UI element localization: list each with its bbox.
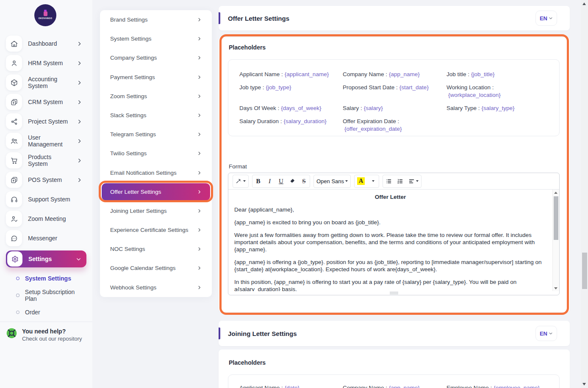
text-color-button[interactable]: A xyxy=(355,175,367,187)
editor-scrollbar-thumb[interactable] xyxy=(554,196,558,240)
settings-menu-item-system[interactable]: System Settings xyxy=(100,29,212,48)
magic-wand-icon xyxy=(236,178,242,184)
scroll-up-arrow-icon[interactable] xyxy=(554,192,557,194)
sidebar-item-label: Accounting System xyxy=(28,76,71,89)
menu-item-label: Twilio Settings xyxy=(110,150,147,157)
editor-toolbar: B I U S Open Sans A xyxy=(228,173,559,189)
editor-paragraph: Dear {applicant_name}, xyxy=(234,206,546,213)
sidebar-item-accounting-system[interactable]: Accounting System xyxy=(6,73,86,92)
chevron-right-icon xyxy=(197,75,202,80)
sidebar-item-label: Project System xyxy=(28,118,71,125)
chevron-right-icon xyxy=(77,80,82,85)
language-dropdown[interactable]: EN xyxy=(535,11,557,26)
sidebar-item-label: Zoom Meeting xyxy=(28,215,86,222)
sidebar-item-crm-system[interactable]: CRM System xyxy=(6,92,86,112)
editor-resize-handle[interactable] xyxy=(390,292,398,294)
ordered-list-button[interactable] xyxy=(394,175,406,187)
placeholder-item: Job title :{job_title} xyxy=(447,71,555,78)
settings-menu-item-google-calendar[interactable]: Google Calendar Settings xyxy=(100,259,212,278)
menu-item-label: Google Calendar Settings xyxy=(110,265,176,271)
settings-menu-item-company[interactable]: Company Settings xyxy=(100,48,212,67)
language-dropdown[interactable]: EN xyxy=(535,326,557,341)
placeholder-item: Days Of Week :{days_of_week} xyxy=(239,105,343,112)
editor-paragraph: Were just a few formalities away from ge… xyxy=(234,231,546,253)
sidebar-item-label: Support System xyxy=(28,196,86,203)
italic-button[interactable]: I xyxy=(264,175,275,187)
placeholder-item: Applicant Name :{date} xyxy=(239,384,343,388)
sidebar-item-settings[interactable]: Settings xyxy=(6,250,86,267)
settings-menu-item-noc[interactable]: NOC Settings xyxy=(100,239,212,259)
menu-item-label: Zoom Settings xyxy=(110,93,147,99)
settings-menu-item-slack[interactable]: Slack Settings xyxy=(100,106,212,125)
share-icon xyxy=(6,113,22,129)
help-subtitle[interactable]: Check out our repository xyxy=(22,335,82,343)
menu-item-label: NOC Settings xyxy=(110,246,145,252)
sidebar-subitem-system-settings[interactable]: System Settings xyxy=(6,270,86,287)
page-scrollbar-thumb[interactable] xyxy=(582,253,587,289)
chevron-right-icon xyxy=(77,158,82,163)
logo-mascot-icon xyxy=(44,11,47,16)
chevron-right-icon xyxy=(197,94,202,99)
settings-menu-item-joining-letter[interactable]: Joining Letter Settings xyxy=(100,201,212,220)
bold-button[interactable]: B xyxy=(252,175,264,187)
scroll-down-arrow-icon[interactable] xyxy=(554,287,557,289)
editor-scrollbar[interactable] xyxy=(552,190,559,291)
sidebar-item-label: HRM System xyxy=(28,60,71,66)
sidebar-item-project-system[interactable]: Project System xyxy=(6,112,86,131)
underline-button[interactable]: U xyxy=(275,175,287,187)
sidebar-item-zoom-meeting[interactable]: Zoom Meeting xyxy=(6,209,86,228)
settings-menu-item-zoom[interactable]: Zoom Settings xyxy=(100,87,212,106)
editor-paragraph: {app_name} is offering a {job_type}. pos… xyxy=(234,259,546,273)
settings-menu-item-brand[interactable]: Brand Settings xyxy=(100,10,212,29)
app-logo[interactable]: OKOVANGO xyxy=(34,4,56,26)
chevron-right-icon xyxy=(197,228,202,232)
gear-icon xyxy=(7,251,22,267)
sidebar-subitem-order[interactable]: Order xyxy=(6,304,86,321)
magic-style-button[interactable] xyxy=(233,175,248,187)
help-section[interactable]: You need help? Check out our repository xyxy=(6,327,82,343)
subitem-label: Order xyxy=(25,309,40,316)
color-dropdown-button[interactable] xyxy=(367,175,379,187)
chevron-right-icon xyxy=(77,177,82,183)
settings-menu-item-telegram[interactable]: Telegram Settings xyxy=(100,125,212,144)
menu-item-label: Offer Letter Settings xyxy=(110,189,161,195)
style-group xyxy=(233,175,249,188)
placeholder-item: Offer Expiration Date :{offer_expiration… xyxy=(343,118,442,133)
placeholder-item: Company Name :{app_name} xyxy=(343,384,447,388)
settings-menu-item-email-notification[interactable]: Email Notification Settings xyxy=(100,163,212,182)
sidebar-item-support-system[interactable]: Support System xyxy=(6,190,86,209)
placeholder-item: Working Location :{workplace_location} xyxy=(447,84,555,99)
sidebar-subitem-setup-subscription-plan[interactable]: Setup Subscription Plan xyxy=(6,287,86,304)
sidebar-item-user-management[interactable]: User Management xyxy=(6,131,86,151)
placeholder-item: Company Name :{app_name} xyxy=(343,71,447,78)
format-label: Format xyxy=(229,163,247,170)
chevron-right-icon xyxy=(197,17,202,22)
chevron-right-icon xyxy=(197,36,202,41)
placeholder-item: Salary Type :{salary_type} xyxy=(447,105,555,112)
settings-menu-item-payment[interactable]: Payment Settings xyxy=(100,68,212,87)
strikethrough-button[interactable]: S xyxy=(298,175,310,187)
unordered-list-button[interactable] xyxy=(383,175,394,187)
settings-menu-item-offer-letter[interactable]: Offer Letter Settings xyxy=(102,183,210,201)
scroll-up-arrow-icon[interactable] xyxy=(582,3,586,5)
sidebar-divider xyxy=(0,322,92,322)
sidebar-item-hrm-system[interactable]: HRM System xyxy=(6,53,86,73)
chevron-right-icon xyxy=(197,247,202,251)
page-scrollbar[interactable] xyxy=(581,0,588,388)
sidebar-item-dashboard[interactable]: Dashboard xyxy=(6,34,86,53)
highlight-color-icon: A xyxy=(357,177,365,185)
paragraph-align-button[interactable] xyxy=(406,175,421,187)
sidebar-item-products-system[interactable]: Products System xyxy=(6,151,86,170)
sidebar-item-label: Dashboard xyxy=(28,40,71,47)
clear-format-button[interactable] xyxy=(287,175,298,187)
settings-menu-item-webhook[interactable]: Webhook Settings xyxy=(100,278,212,297)
settings-menu-item-experience-certificate[interactable]: Experience Certificate Settings xyxy=(100,220,212,239)
editor-content[interactable]: Offer Letter Dear {applicant_name}, {app… xyxy=(228,189,559,291)
sidebar-item-pos-system[interactable]: POS System xyxy=(6,170,86,190)
font-family-dropdown[interactable]: Open Sans xyxy=(314,175,350,187)
accent-bar xyxy=(219,327,220,339)
settings-menu-item-twilio[interactable]: Twilio Settings xyxy=(100,144,212,163)
bullet-icon xyxy=(16,311,19,314)
sidebar-item-messenger[interactable]: Messenger xyxy=(6,228,86,248)
scroll-down-arrow-icon[interactable] xyxy=(582,383,586,385)
